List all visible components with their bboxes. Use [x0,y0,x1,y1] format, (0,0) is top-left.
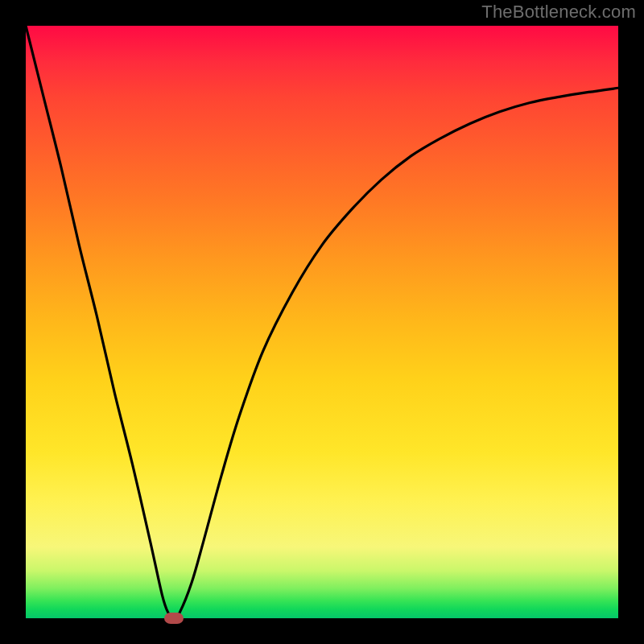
chart-frame: TheBottleneck.com [0,0,644,644]
bottleneck-curve [26,26,618,618]
watermark-text: TheBottleneck.com [481,2,636,23]
plot-area [26,26,618,618]
minimum-marker [164,613,184,624]
